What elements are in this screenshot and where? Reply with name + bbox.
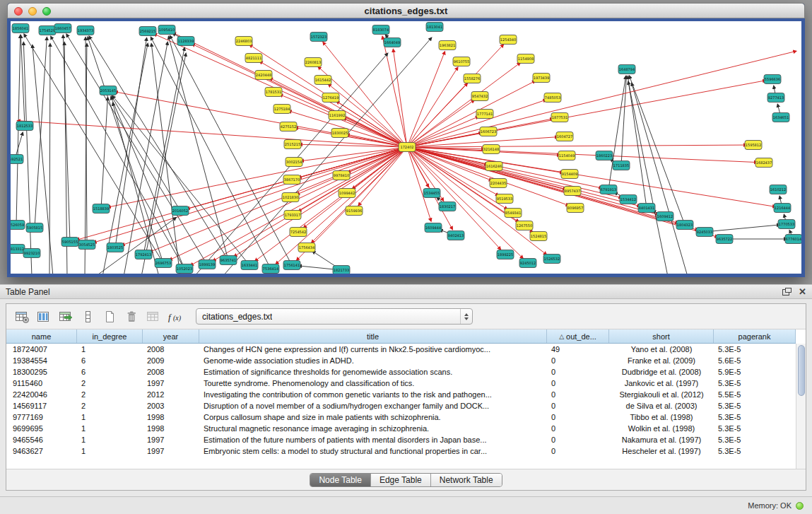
graph-edge[interactable] <box>23 42 32 274</box>
graph-node[interactable]: 1534412 <box>620 195 637 204</box>
graph-edge[interactable] <box>141 54 186 274</box>
graph-node[interactable]: 1610212 <box>770 185 787 194</box>
table-row[interactable]: 946554611997Estimation of the future num… <box>6 434 796 445</box>
table-row[interactable]: 2242004622012Investigating the contribut… <box>6 389 796 400</box>
graph-node[interactable]: 1267550 <box>516 221 533 230</box>
graph-edge[interactable] <box>358 147 407 205</box>
graph-node[interactable]: 2260813 <box>305 58 322 67</box>
graph-node[interactable]: 2016052 <box>172 206 189 216</box>
graph-edge[interactable] <box>407 147 775 206</box>
graph-node[interactable]: 1781531 <box>265 88 282 97</box>
graph-edge[interactable] <box>628 82 668 274</box>
graph-node[interactable]: 1604727 <box>556 132 573 141</box>
graph-node[interactable]: 1609412 <box>657 212 673 221</box>
graph-node[interactable]: 1161992 <box>329 111 346 120</box>
table-selector[interactable]: citations_edges.txt <box>196 308 473 325</box>
graph-node[interactable]: 2053145 <box>100 86 117 95</box>
import-table-icon[interactable] <box>56 308 75 325</box>
graph-edge[interactable] <box>280 95 407 147</box>
column-header-pagerank[interactable]: pagerank <box>714 329 796 343</box>
graph-node[interactable]: 1664049 <box>384 38 401 47</box>
graph-node[interactable]: 1615442 <box>314 76 331 85</box>
graph-edge[interactable] <box>628 76 647 208</box>
graph-node[interactable]: 2526059 <box>11 221 25 230</box>
graph-node[interactable]: 1803525 <box>107 243 124 252</box>
graph-node[interactable]: 9277413 <box>767 93 784 103</box>
graph-node[interactable]: 1518839 <box>93 204 110 214</box>
delete-column-icon[interactable] <box>122 308 141 325</box>
graph-edge[interactable] <box>151 44 180 274</box>
graph-edge[interactable] <box>407 137 558 147</box>
graph-node[interactable]: 2246803 <box>235 37 252 46</box>
graph-node[interactable]: 8957437 <box>564 187 581 196</box>
scrollbar-thumb[interactable] <box>798 345 805 396</box>
graph-edge[interactable] <box>35 37 47 228</box>
graph-node[interactable]: 1558276 <box>464 74 481 83</box>
graph-node[interactable]: 9159936 <box>346 206 363 216</box>
graph-node[interactable]: 9923210 <box>23 249 40 258</box>
graph-edge[interactable] <box>150 147 407 252</box>
graph-node[interactable]: 2696753 <box>155 259 172 268</box>
graph-node[interactable]: 1756141 <box>283 261 300 270</box>
graph-edge[interactable] <box>102 44 148 274</box>
table-row[interactable]: 946362711997Embryonic stem cells: a mode… <box>6 445 796 457</box>
split-divider[interactable]: ▲ <box>0 277 812 284</box>
column-header-out_degree[interactable]: △out_de... <box>547 329 609 343</box>
graph-node[interactable]: 5905155 <box>61 238 78 247</box>
graph-node[interactable]: 1595812 <box>745 141 762 150</box>
table-row[interactable]: 1872400712008Changes of HCN gene express… <box>6 344 796 355</box>
graph-node[interactable]: 9547432 <box>471 92 488 101</box>
graph-edge[interactable] <box>705 225 779 232</box>
graph-node[interactable]: 7536414 <box>262 264 279 274</box>
graph-node[interactable]: 5596636 <box>764 75 781 84</box>
graph-node[interactable]: 1973439 <box>533 74 550 83</box>
graph-node[interactable]: 1572323 <box>310 33 327 42</box>
graph-edge[interactable] <box>101 98 107 209</box>
row-height-icon[interactable] <box>78 308 97 325</box>
show-columns-icon[interactable] <box>34 308 53 325</box>
graph-node[interactable]: 1526532 <box>543 255 560 264</box>
network-canvas[interactable]: 1724022246803482111124204481781531127518… <box>7 18 805 277</box>
graph-node[interactable]: 1154049 <box>558 151 575 160</box>
graph-node[interactable]: 1099442 <box>339 189 355 198</box>
float-panel-icon[interactable] <box>782 288 792 296</box>
close-window-button[interactable] <box>14 7 23 16</box>
graph-node[interactable]: 1648794 <box>618 65 635 74</box>
minimize-window-button[interactable] <box>28 7 37 16</box>
column-header-in_degree[interactable]: in_degree <box>77 329 143 343</box>
graph-node[interactable]: 9610755 <box>453 57 470 66</box>
graph-edge[interactable] <box>108 147 407 207</box>
graph-node[interactable]: 3216148 <box>483 145 500 154</box>
graph-node[interactable]: 3002154 <box>286 158 302 167</box>
graph-node[interactable]: 9635722 <box>716 235 733 244</box>
graph-edge[interactable] <box>89 36 228 260</box>
graph-edge[interactable] <box>407 145 746 147</box>
graph-node[interactable]: 1877531 <box>551 113 568 122</box>
graph-node[interactable]: 8183074 <box>372 25 389 35</box>
table-row[interactable]: 969969511998Structural magnetic resonanc… <box>6 423 796 434</box>
graph-edge[interactable] <box>169 37 228 260</box>
memory-status[interactable]: Memory: OK <box>748 501 804 510</box>
graph-node[interactable]: 1934373 <box>77 26 94 35</box>
graph-edge[interactable] <box>112 96 249 265</box>
graph-node[interactable]: 2420448 <box>255 71 272 80</box>
graph-edge[interactable] <box>629 76 685 225</box>
graph-node[interactable]: 1052023 <box>176 264 193 274</box>
graph-node[interactable]: 5905815 <box>26 223 43 233</box>
tab-edge-table[interactable]: Edge Table <box>371 474 431 486</box>
graph-edge[interactable] <box>407 147 757 163</box>
graph-edge[interactable] <box>407 81 535 147</box>
close-panel-icon[interactable]: ✕ <box>799 288 806 296</box>
table-row[interactable]: 1938455462009Genome-wide association stu… <box>6 355 796 366</box>
graph-edge[interactable] <box>66 35 207 264</box>
graph-node[interactable]: 2692521 <box>11 155 23 164</box>
graph-node[interactable]: 1606723 <box>480 127 497 136</box>
graph-edge[interactable] <box>115 92 407 147</box>
table-row[interactable]: 911546021997Tourette syndrome. Phenomeno… <box>6 378 796 389</box>
graph-node[interactable]: 1633441 <box>241 261 258 270</box>
graph-node[interactable]: 1792413 <box>135 250 152 259</box>
graph-edge[interactable] <box>51 37 184 269</box>
graph-node[interactable]: 2569215 <box>139 27 156 36</box>
graph-node[interactable]: 9978410 <box>333 171 350 180</box>
graph-node[interactable]: 1276419 <box>322 93 339 103</box>
